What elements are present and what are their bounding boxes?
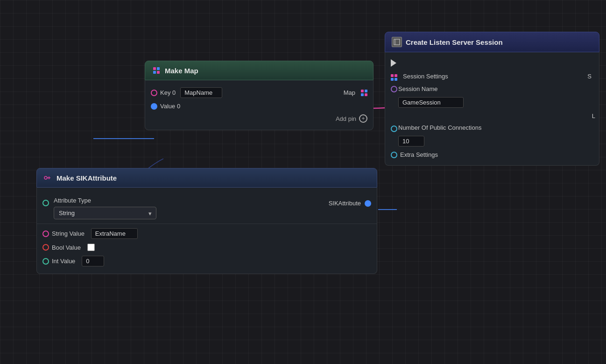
session-name-pin [391, 86, 397, 92]
extra-settings-pin [391, 152, 397, 158]
num-public-pin [391, 126, 397, 132]
map-output-pin [361, 90, 367, 96]
make-map-header: Make Map [145, 61, 373, 80]
s-output-label: S [587, 73, 592, 80]
sik-attr-output-label: SIKAttribute [329, 200, 361, 207]
extra-settings-label: Extra Settings [400, 151, 438, 158]
sik-attr-body: Attribute Type String Integer Boolean Fl… [36, 188, 377, 274]
int-value-input[interactable] [82, 256, 104, 266]
make-map-body: Key 0 Map Value 0 Add pin + [145, 80, 373, 130]
make-map-icon [152, 66, 161, 75]
string-value-pin [42, 231, 49, 237]
create-session-body: Session Settings S Session Name L Number… [385, 52, 599, 166]
add-pin-row[interactable]: Add pin + [145, 112, 373, 125]
sik-attr-header: Make SIKAttribute [36, 168, 377, 188]
key0-input[interactable] [180, 87, 222, 98]
num-public-row: Number Of Public Connections [385, 122, 599, 149]
session-settings-pin [391, 74, 397, 81]
l-label: L [592, 112, 595, 119]
string-value-row: String Value [37, 226, 377, 241]
attr-type-row: Attribute Type String Integer Boolean Fl… [37, 192, 377, 222]
make-map-title: Make Map [165, 67, 198, 75]
bool-value-label: Bool Value [52, 244, 81, 251]
session-settings-row: Session Settings S [385, 69, 599, 83]
session-name-label: Session Name [398, 85, 438, 92]
value0-pin-row: Value 0 [145, 100, 373, 112]
string-value-label: String Value [52, 230, 85, 237]
num-public-label: Number Of Public Connections [398, 124, 481, 131]
svg-rect-3 [394, 39, 400, 45]
l-label-row: L [385, 110, 599, 122]
sik-attr-output-pin [365, 200, 371, 207]
blueprint-canvas: Make Map Key 0 Map Value 0 A [0, 0, 606, 364]
value0-pin [151, 103, 157, 110]
attr-type-label: Attribute Type [54, 197, 318, 204]
make-map-node: Make Map Key 0 Map Value 0 A [145, 61, 373, 130]
sik-attr-icon [43, 173, 53, 182]
session-name-input[interactable] [398, 97, 464, 108]
svg-point-0 [44, 176, 47, 179]
attr-type-select[interactable]: String Integer Boolean Float [54, 207, 156, 219]
map-label: Map [344, 89, 355, 96]
create-session-title: Create Listen Server Session [406, 38, 503, 46]
exec-in-pin [391, 59, 396, 67]
session-settings-label: Session Settings [403, 73, 448, 80]
exec-in-row [385, 57, 599, 69]
bool-value-checkbox[interactable] [87, 244, 95, 251]
key0-pin-row: Key 0 Map [145, 85, 373, 100]
attr-type-select-wrapper: String Integer Boolean Float [54, 207, 156, 219]
string-value-input[interactable] [91, 228, 138, 239]
create-session-header: Create Listen Server Session [385, 32, 599, 52]
key0-label: Key 0 [160, 89, 176, 96]
session-name-row: Session Name [385, 83, 599, 110]
extra-settings-row: Extra Settings [385, 149, 599, 161]
int-value-label: Int Value [52, 258, 75, 265]
num-public-input[interactable] [398, 136, 424, 147]
bool-value-pin [42, 244, 49, 251]
int-value-row: Int Value [37, 253, 377, 269]
sik-attribute-node: Make SIKAttribute Attribute Type String … [36, 168, 377, 274]
add-pin-label: Add pin [336, 115, 356, 122]
int-value-pin [42, 258, 49, 265]
create-session-node: Create Listen Server Session Session Set… [385, 32, 599, 166]
create-session-icon [392, 37, 402, 47]
key0-pin [151, 90, 157, 96]
value0-label: Value 0 [160, 103, 180, 110]
attr-type-input-pin [42, 200, 49, 206]
sik-attr-title: Make SIKAttribute [56, 174, 117, 182]
bool-value-row: Bool Value [37, 241, 377, 253]
add-pin-button[interactable]: + [359, 114, 367, 123]
